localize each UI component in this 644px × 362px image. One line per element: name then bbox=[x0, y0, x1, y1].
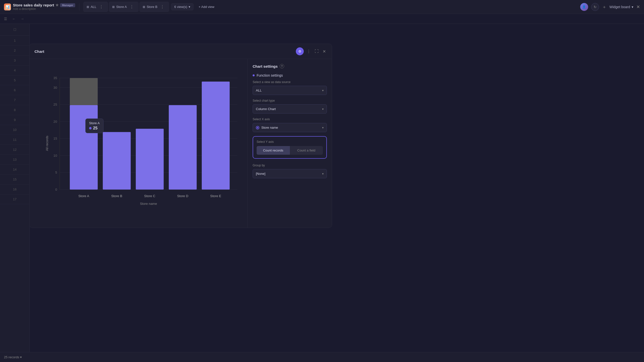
header-right: 👤 ↻ ＋ Widget board ▾ ✕ bbox=[580, 3, 640, 11]
chart-type-label: Select chart type bbox=[253, 99, 327, 102]
data-source-chevron-icon: ▾ bbox=[322, 89, 324, 92]
tab-store-a-more[interactable]: ⋮ bbox=[128, 3, 135, 10]
table-icon-b: ⊞ bbox=[143, 5, 145, 9]
sub-nav: ☰ ← → bbox=[0, 14, 644, 24]
y-axis-section: Select Y axis Count records Count a fiel… bbox=[253, 136, 327, 159]
row-7: 7 bbox=[0, 95, 30, 105]
row-numbers: ☐ 1 2 3 4 5 6 7 8 9 10 11 12 13 14 15 16… bbox=[0, 24, 30, 362]
manager-badge: Manager bbox=[60, 3, 75, 7]
svg-text:Store E: Store E bbox=[210, 194, 221, 198]
svg-text:Store C: Store C bbox=[144, 194, 155, 198]
nav-menu-button[interactable]: ☰ bbox=[2, 16, 9, 22]
tab-store-b[interactable]: ⊞ Store B ⋮ bbox=[140, 2, 169, 12]
chart-svg: 0 5 10 15 20 25 30 35 bbox=[44, 64, 248, 216]
svg-text:25: 25 bbox=[53, 103, 57, 106]
row-1: 1 bbox=[0, 36, 30, 46]
nav-back-button[interactable]: ← bbox=[10, 16, 18, 22]
svg-text:15: 15 bbox=[53, 137, 57, 140]
svg-text:Store D: Store D bbox=[177, 194, 188, 198]
tab-all-more[interactable]: ⋮ bbox=[98, 3, 105, 10]
section-header: Function settings bbox=[253, 73, 327, 77]
svg-text:0: 0 bbox=[55, 188, 57, 191]
svg-text:20: 20 bbox=[53, 120, 57, 123]
chart-area: All records bbox=[30, 59, 248, 228]
x-axis-chevron-icon: ▾ bbox=[322, 126, 324, 129]
star-icon[interactable]: ☆ bbox=[56, 3, 58, 7]
group-by-value: [None] bbox=[256, 172, 265, 176]
app-icon: 📊 bbox=[4, 3, 11, 10]
widget-board-chevron: ▾ bbox=[632, 5, 633, 9]
section-label: Function settings bbox=[256, 73, 283, 77]
row-12: 12 bbox=[0, 145, 30, 155]
widget-board-label: Widget board bbox=[610, 5, 630, 9]
views-button[interactable]: 6 view(s) ▾ bbox=[171, 3, 194, 10]
records-dropdown-icon[interactable]: ▾ bbox=[20, 355, 22, 359]
tab-store-a[interactable]: ⊞ Store A ⋮ bbox=[109, 2, 138, 12]
tab-store-b-more[interactable]: ⋮ bbox=[159, 3, 166, 10]
add-view-button[interactable]: + Add view bbox=[196, 3, 217, 10]
row-2: 2 bbox=[0, 46, 30, 55]
group-by-label: Group by bbox=[253, 164, 327, 167]
nav-forward-button[interactable]: → bbox=[18, 16, 26, 22]
count-field-button[interactable]: Count a field bbox=[290, 146, 323, 155]
modal-header: Chart ⚙ ⋮ ⛶ ✕ bbox=[30, 44, 332, 59]
title-area: Store sales daily report ☆ Manager Add a… bbox=[13, 3, 75, 11]
page-title: Store sales daily report ☆ Manager bbox=[13, 3, 75, 7]
svg-text:35: 35 bbox=[53, 76, 57, 80]
row-3: 3 bbox=[0, 55, 30, 65]
modal-more-button[interactable]: ⋮ bbox=[306, 48, 312, 55]
row-10: 10 bbox=[0, 125, 30, 135]
count-records-button[interactable]: Count records bbox=[256, 146, 290, 155]
nav-tabs: ⊞ ALL ⋮ ⊞ Store A ⋮ ⊞ Store B ⋮ bbox=[84, 2, 169, 12]
y-axis-section-label: Select Y axis bbox=[256, 140, 323, 144]
group-by-select[interactable]: [None] ▾ bbox=[253, 169, 327, 178]
plus-button[interactable]: ＋ bbox=[602, 4, 606, 10]
svg-text:30: 30 bbox=[53, 86, 57, 89]
chart-type-chevron-icon: ▾ bbox=[322, 107, 324, 111]
tooltip-dot-icon bbox=[89, 127, 92, 129]
add-description[interactable]: Add a description bbox=[13, 7, 75, 11]
x-axis-select[interactable]: Store name ▾ bbox=[253, 123, 327, 132]
header-left: 📊 Store sales daily report ☆ Manager Add… bbox=[4, 2, 577, 12]
modal-title: Chart bbox=[34, 49, 44, 53]
row-15: 15 bbox=[0, 175, 30, 184]
x-axis-radio-icon bbox=[256, 126, 259, 129]
settings-help-icon[interactable]: ? bbox=[280, 64, 284, 68]
svg-text:5: 5 bbox=[55, 171, 57, 174]
close-header-button[interactable]: ✕ bbox=[636, 4, 640, 10]
chart-type-select[interactable]: Column Chart ▾ bbox=[253, 104, 327, 114]
chart-container: All records bbox=[37, 64, 240, 223]
row-17: 17 bbox=[0, 194, 30, 204]
data-source-select[interactable]: ALL ▾ bbox=[253, 86, 327, 95]
row-8: 8 bbox=[0, 105, 30, 115]
data-source-value: ALL bbox=[256, 88, 262, 92]
table-icon-all: ⊞ bbox=[86, 5, 89, 9]
bottom-bar: 25 records ▾ bbox=[0, 352, 644, 362]
x-axis-label: Select X axis bbox=[253, 117, 327, 121]
chart-settings-panel: Chart settings ? Function settings Selec… bbox=[248, 59, 332, 228]
chart-modal: Chart ⚙ ⋮ ⛶ ✕ All records bbox=[29, 44, 332, 228]
row-14: 14 bbox=[0, 165, 30, 175]
modal-header-actions: ⚙ ⋮ ⛶ ✕ bbox=[296, 47, 327, 55]
modal-expand-button[interactable]: ⛶ bbox=[314, 48, 320, 54]
avatar: 👤 bbox=[580, 3, 588, 11]
table-icon-a: ⊞ bbox=[112, 5, 115, 9]
x-axis-value-text: Store name bbox=[261, 126, 278, 129]
settings-circle-button[interactable]: ⚙ bbox=[296, 47, 304, 55]
y-axis-label: All records bbox=[45, 136, 49, 151]
chart-tooltip: Store A 25 bbox=[85, 118, 104, 133]
refresh-button[interactable]: ↻ bbox=[591, 3, 599, 11]
modal-body: All records bbox=[30, 59, 332, 228]
modal-close-button[interactable]: ✕ bbox=[322, 48, 327, 55]
views-chevron-icon: ▾ bbox=[188, 5, 190, 9]
settings-title: Chart settings ? bbox=[253, 64, 327, 68]
svg-text:Store name: Store name bbox=[140, 202, 157, 206]
tab-store-b-label: Store B bbox=[147, 5, 157, 9]
title-text: Store sales daily report bbox=[13, 3, 54, 7]
tab-all[interactable]: ⊞ ALL ⋮ bbox=[84, 2, 108, 12]
tab-store-a-label: Store A bbox=[116, 5, 127, 9]
views-count: 6 view(s) bbox=[174, 5, 187, 9]
svg-rect-22 bbox=[169, 105, 196, 189]
widget-board-button[interactable]: Widget board ▾ bbox=[610, 5, 633, 9]
svg-rect-19 bbox=[70, 105, 98, 189]
